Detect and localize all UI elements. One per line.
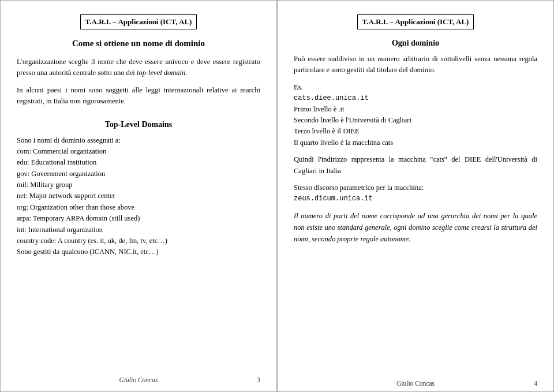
page4-para3: Stesso discorso parametrico per la macch… xyxy=(294,182,537,204)
page3-para1-text: L'organizzazione sceglie il nome che dev… xyxy=(17,58,260,77)
page3-domain-list: Sono i nomi di dominio assegnati a: com:… xyxy=(17,135,260,258)
page4-para1: Può essere suddiviso in un numero arbitr… xyxy=(294,54,537,76)
domain-item-int: int: International organization xyxy=(17,225,260,236)
page-3: T.A.R.I. – Applicazioni (ICT, AL) Come s… xyxy=(0,0,277,392)
italic-block-text: Il numero di parti del nome corrisponde … xyxy=(294,212,537,243)
page3-footer-author: Giulio Concas xyxy=(1,376,276,383)
level2: Secondo livello è l'Università di Caglia… xyxy=(294,115,537,126)
example-domain: cats.diee.unica.it xyxy=(294,93,537,104)
page4-footer-author: Giulio Concas xyxy=(396,380,435,387)
page4-example: Es. cats.diee.unica.it Primo livello è .… xyxy=(294,82,537,148)
page3-para2: In alcuni paesi i nomi sono soggetti all… xyxy=(17,85,260,107)
domain-item-net: net: Major network support center xyxy=(17,191,260,201)
domain-item-org: org: Organization other than those above xyxy=(17,202,260,213)
page4-italic-block: Il numero di parti del nome corrisponde … xyxy=(294,210,537,245)
page3-section-title: Top-Level Domains xyxy=(17,120,260,129)
level1: Primo livello è .it xyxy=(294,104,537,115)
page3-header: T.A.R.I. – Applicazioni (ICT, AL) xyxy=(80,14,197,29)
page3-title: Come si ottiene un nome di dominio xyxy=(17,39,260,48)
page4-footer-page: 4 xyxy=(534,380,537,387)
page4-header: T.A.R.I. – Applicazioni (ICT, AL) xyxy=(357,14,474,29)
page4-para2: Quindi l'indirizzo rappresenta la macchi… xyxy=(294,154,537,177)
level4: Il quarto livello è la macchina cats xyxy=(294,137,537,148)
example-label: Es. xyxy=(294,82,537,93)
example2-domain: zeus.dicum.unica.it xyxy=(294,193,537,204)
page3-footer: Giulio Concas 3 xyxy=(1,376,276,383)
page3-para2-text: In alcuni paesi i nomi sono soggetti all… xyxy=(17,86,260,105)
page3-footer-page: 3 xyxy=(257,376,260,383)
level3: Terzo livello è il DIEE xyxy=(294,126,537,137)
domain-item-mil: mil: Military group xyxy=(17,180,260,191)
page-4: T.A.R.I. – Applicazioni (ICT, AL) Ogni d… xyxy=(277,0,554,392)
domain-item-com: com: Commercial organization xyxy=(17,146,260,157)
domain-item-icann: Sono gestiti da qualcuno (ICANN, NIC.it,… xyxy=(17,247,260,257)
domain-intro: Sono i nomi di dominio assegnati a: xyxy=(17,135,260,146)
domain-item-gov: gov: Government organization xyxy=(17,169,260,180)
domain-item-edu: edu: Educational institution xyxy=(17,157,260,168)
page4-para2-text: Quindi l'indirizzo rappresenta la macchi… xyxy=(294,155,537,174)
page4-para1-text: Può essere suddiviso in un numero arbitr… xyxy=(294,55,537,74)
para3-text: Stesso discorso parametrico per la macch… xyxy=(294,182,537,193)
pages-container: T.A.R.I. – Applicazioni (ICT, AL) Come s… xyxy=(0,0,554,392)
page3-italic-tld: top-level domain. xyxy=(137,69,187,77)
domain-item-country: country code: A country (es. it, uk, de,… xyxy=(17,236,260,247)
page4-subtitle: Ogni dominio xyxy=(294,39,537,48)
domain-item-arpa: arpa: Temporary ARPA domain (still used) xyxy=(17,213,260,224)
page3-para1: L'organizzazione sceglie il nome che dev… xyxy=(17,57,260,79)
